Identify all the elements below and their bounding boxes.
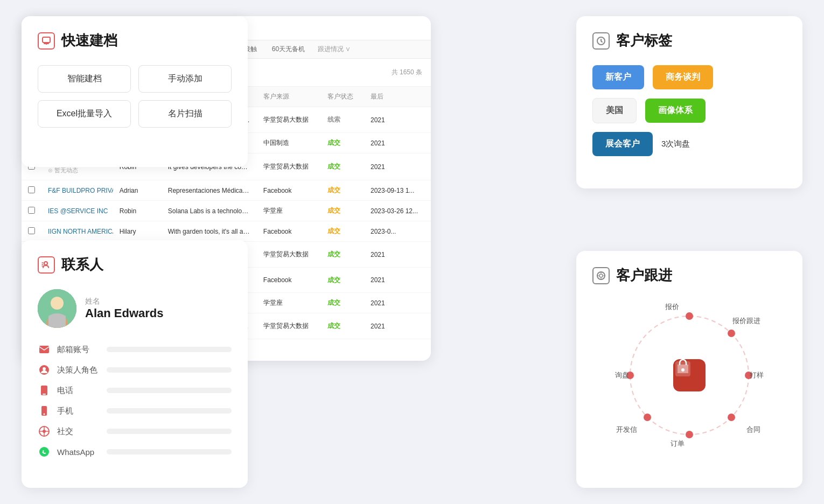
row-owner: Hilary [113,221,162,242]
total-count: 共 1650 条 [392,68,422,77]
contact-profile: 姓名 Alan Edwards [38,289,232,328]
smart-build-button[interactable]: 智能建档 [38,65,131,93]
social-icon [38,425,51,438]
row-date: 2023-0... [364,221,431,242]
card-scan-button[interactable]: 名片扫描 [138,100,232,128]
diagram-center-icon [673,359,706,391]
row-owner: Adrian [113,180,162,201]
row-source: 中国制造 [257,133,321,153]
svg-point-22 [728,330,735,337]
contact-name: Alan Edwards [85,306,163,320]
row-status: 成交 [321,268,364,293]
row-checkbox[interactable] [22,180,41,201]
svg-point-26 [644,414,651,421]
row-owner: Robin [113,201,162,221]
svg-point-19 [599,274,603,277]
followup-title: 客户跟进 [616,266,672,285]
svg-point-17 [39,447,49,457]
tags-row-2: 美国 画像体系 [592,98,786,123]
row-date: 2023-09-13 1... [364,180,431,201]
tags-row-3: 展会客户 3次询盘 [592,132,786,156]
customer-tags-card: 客户标签 新客户 商务谈判 美国 画像体系 展会客户 3次询盘 [576,16,802,188]
email-value-bar [107,347,232,352]
row-status: 成交 [321,201,364,221]
field-email: 邮箱账号 [38,343,232,356]
svg-rect-0 [43,37,50,43]
row-date: 2021 [364,133,431,153]
row-desc: Representaciones Médicas del ... [162,180,257,201]
row-company: F&F BUILDPRO PRIVATE LIMITED [41,180,113,201]
mobile-icon [38,404,51,417]
label-inquiry: 询盘 [615,370,629,380]
role-value-bar [107,367,232,373]
row-desc: Solana Labs is a technology co... [162,201,257,221]
excel-import-button[interactable]: Excel批量导入 [38,100,131,128]
label-dasample: 打样 [750,370,764,380]
label-order: 订单 [671,439,685,449]
svg-rect-6 [39,346,49,353]
followup-icon [592,267,610,284]
row-date: 2021 [364,313,431,339]
field-mobile: 手机 [38,404,232,417]
subtab-60days-no-machine[interactable]: 60天无备机 [266,40,311,58]
contact-name-block: 姓名 Alan Edwards [85,297,163,320]
tag-usa[interactable]: 美国 [592,98,637,123]
quick-build-buttons: 智能建档 手动添加 Excel批量导入 名片扫描 [38,65,232,128]
email-icon [38,343,51,356]
row-status: 成交 [321,293,364,313]
followup-header: 客户跟进 [592,266,786,285]
main-container: 快速建档 智能建档 手动添加 Excel批量导入 名片扫描 客户标签 新客户 商… [0,0,824,504]
whatsapp-label: WhatsApp [57,447,100,457]
tag-business-talk[interactable]: 商务谈判 [653,65,713,89]
row-source: 学堂贸易大数据 [257,242,321,268]
svg-point-4 [51,297,64,310]
subtab-followup[interactable]: 跟进情况 ∨ [313,40,355,58]
svg-point-12 [44,414,45,415]
customer-tags-icon [592,32,610,50]
row-source: 学堂贸易大数据 [257,153,321,180]
row-source: 学堂座 [257,339,321,346]
row-date: 2021 [364,153,431,180]
row-status: 成交 [321,242,364,268]
row-company: IES @SERVICE INC [41,201,113,221]
mobile-value-bar [107,408,232,414]
svg-point-29 [681,368,685,372]
svg-point-25 [686,431,693,438]
avatar-image [38,289,76,328]
field-phone: 电话 [38,384,232,397]
whatsapp-value-bar [107,449,232,454]
table-row[interactable]: F&F BUILDPRO PRIVATE LIMITED Adrian Repr… [22,180,431,201]
row-source: Facebook [257,221,321,242]
row-status: 成交 [321,313,364,339]
tag-portrait[interactable]: 画像体系 [645,99,706,123]
phone-value-bar [107,388,232,393]
row-source: Facebook [257,180,321,201]
table-row[interactable]: IES @SERVICE INC Robin Solana Labs is a … [22,201,431,221]
role-icon [38,363,51,376]
label-devletter: 开发信 [616,425,637,435]
contacts-title: 联系人 [61,255,103,274]
phone-label: 电话 [57,386,100,396]
tag-new-customer[interactable]: 新客户 [592,65,644,89]
row-date: 2021 [364,242,431,268]
table-row[interactable]: IIGN NORTH AMERICA INC Hilary With garde… [22,221,431,242]
row-status: 成交 [321,153,364,180]
quick-build-icon [38,32,55,50]
tag-exhibition[interactable]: 展会客户 [592,132,653,156]
row-date: 2021 [364,293,431,313]
row-checkbox[interactable] [22,201,41,221]
manual-add-button[interactable]: 手动添加 [138,65,232,93]
tags-row-1: 新客户 商务谈判 [592,65,786,89]
field-whatsapp: WhatsApp [38,445,232,458]
social-value-bar [107,429,232,434]
mobile-label: 手机 [57,406,100,416]
label-contract: 合同 [746,425,760,435]
customer-tags-title: 客户标签 [616,31,672,50]
field-social: 社交 [38,425,232,438]
customer-tags-header: 客户标签 [592,31,786,50]
row-source: 学堂座 [257,201,321,221]
tags-container: 新客户 商务谈判 美国 画像体系 展会客户 3次询盘 [592,65,786,156]
contacts-header: 联系人 [38,255,232,274]
row-checkbox[interactable] [22,221,41,242]
label-followup: 报价跟进 [732,316,760,326]
